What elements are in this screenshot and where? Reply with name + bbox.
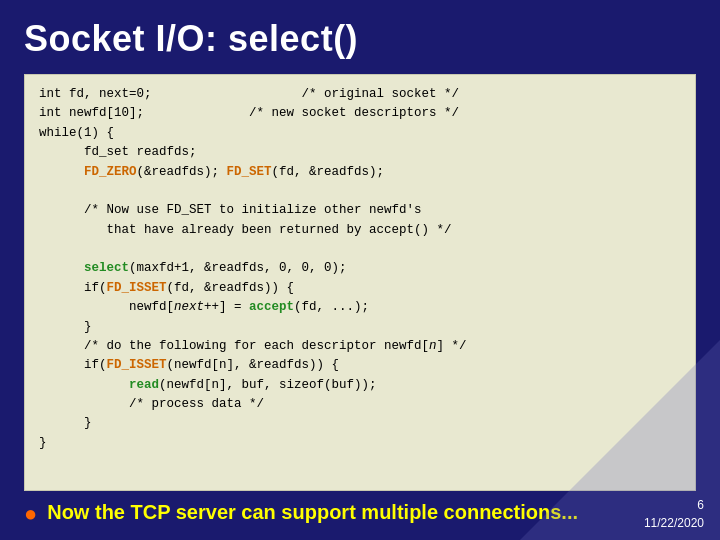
fd-isset-2: FD_ISSET (107, 358, 167, 372)
read-fn: read (129, 378, 159, 392)
slide-date: 11/22/2020 (644, 516, 704, 530)
code-line-2: int newfd[10]; /* new socket descriptors… (39, 104, 681, 123)
slide-number: 6 (697, 498, 704, 512)
kw-int-2: int (39, 106, 62, 120)
code-blank-1 (39, 182, 681, 201)
comment-1: /* original socket */ (302, 87, 460, 101)
bullet-text: Now the TCP server can support multiple … (47, 501, 578, 524)
code-box: int fd, next=0; /* original socket */ in… (24, 74, 696, 491)
code-line-10: select(maxfd+1, &readfds, 0, 0, 0); (39, 259, 681, 278)
code-line-4: fd_set readfds; (39, 143, 681, 162)
code-line-8: that have already been returned by accep… (39, 221, 681, 240)
accept-fn: accept (249, 300, 294, 314)
code-line-1: int fd, next=0; /* original socket */ (39, 85, 681, 104)
code-line-3: while(1) { (39, 124, 681, 143)
fd-set: FD_SET (227, 165, 272, 179)
code-line-5: FD_ZERO(&readfds); FD_SET(fd, &readfds); (39, 163, 681, 182)
code-line-15: if(FD_ISSET(newfd[n], &readfds)) { (39, 356, 681, 375)
fd-zero: FD_ZERO (84, 165, 137, 179)
code-blank-2 (39, 240, 681, 259)
code-line-18: } (39, 414, 681, 433)
slide-title: Socket I/O: select() (24, 18, 696, 60)
code-line-17: /* process data */ (39, 395, 681, 414)
comment-2: /* new socket descriptors */ (249, 106, 459, 120)
next-var: next (174, 300, 204, 314)
code-line-7: /* Now use FD_SET to initialize other ne… (39, 201, 681, 220)
code-line-19: } (39, 434, 681, 453)
code-line-13: } (39, 318, 681, 337)
fd-isset-1: FD_ISSET (107, 281, 167, 295)
slide-info: 6 11/22/2020 (644, 496, 704, 532)
bullet-icon: ● (24, 503, 37, 528)
code-line-12: newfd[next++] = accept(fd, ...); (39, 298, 681, 317)
select-fn: select (84, 261, 129, 275)
kw-int-1: int (39, 87, 62, 101)
code-line-16: read(newfd[n], buf, sizeof(buf)); (39, 376, 681, 395)
code-line-11: if(FD_ISSET(fd, &readfds)) { (39, 279, 681, 298)
code-line-14: /* do the following for each descriptor … (39, 337, 681, 356)
